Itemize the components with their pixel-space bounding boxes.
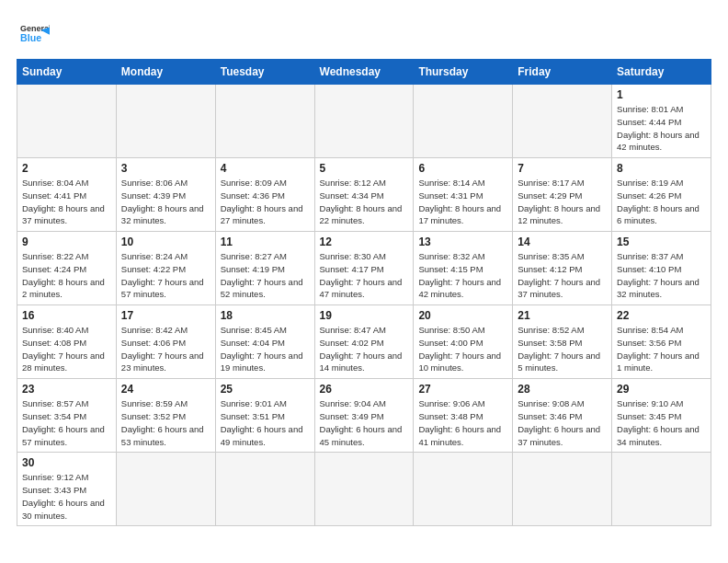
day-number: 17: [121, 309, 210, 322]
calendar-day-cell: 21Sunrise: 8:52 AM Sunset: 3:58 PM Dayli…: [513, 305, 612, 379]
calendar-day-cell: 25Sunrise: 9:01 AM Sunset: 3:51 PM Dayli…: [215, 379, 314, 453]
calendar-day-cell: 1Sunrise: 8:01 AM Sunset: 4:44 PM Daylig…: [612, 85, 711, 158]
day-info: Sunrise: 9:06 AM Sunset: 3:48 PM Dayligh…: [418, 397, 507, 448]
day-info: Sunrise: 8:17 AM Sunset: 4:29 PM Dayligh…: [518, 177, 607, 227]
calendar-day-cell: 5Sunrise: 8:12 AM Sunset: 4:34 PM Daylig…: [314, 158, 414, 232]
calendar-day-cell: [513, 85, 612, 158]
day-info: Sunrise: 9:04 AM Sunset: 3:49 PM Dayligh…: [320, 397, 409, 448]
weekday-header-thursday: Thursday: [414, 60, 513, 85]
day-number: 11: [221, 236, 310, 248]
weekday-header-wednesday: Wednesday: [314, 60, 414, 85]
calendar-week-row: 16Sunrise: 8:40 AM Sunset: 4:08 PM Dayli…: [17, 305, 711, 379]
calendar-day-cell: 7Sunrise: 8:17 AM Sunset: 4:29 PM Daylig…: [513, 158, 612, 232]
day-number: 20: [418, 309, 507, 322]
day-info: Sunrise: 8:22 AM Sunset: 4:24 PM Dayligh…: [22, 250, 111, 301]
day-number: 26: [320, 383, 409, 396]
day-info: Sunrise: 8:06 AM Sunset: 4:39 PM Dayligh…: [121, 177, 210, 227]
day-number: 28: [518, 383, 607, 396]
day-info: Sunrise: 8:14 AM Sunset: 4:31 PM Dayligh…: [418, 177, 507, 227]
day-number: 1: [617, 88, 706, 101]
calendar-day-cell: 19Sunrise: 8:47 AM Sunset: 4:02 PM Dayli…: [314, 305, 414, 379]
day-number: 24: [121, 383, 210, 396]
logo-icon: General Blue: [17, 17, 50, 50]
day-info: Sunrise: 8:04 AM Sunset: 4:41 PM Dayligh…: [22, 177, 111, 227]
calendar-week-row: 2Sunrise: 8:04 AM Sunset: 4:41 PM Daylig…: [17, 158, 711, 232]
day-number: 8: [617, 162, 706, 175]
weekday-header-monday: Monday: [116, 60, 215, 85]
day-info: Sunrise: 8:50 AM Sunset: 4:00 PM Dayligh…: [418, 324, 507, 374]
calendar-day-cell: 20Sunrise: 8:50 AM Sunset: 4:00 PM Dayli…: [414, 305, 513, 379]
calendar-day-cell: [314, 453, 414, 526]
calendar-day-cell: 27Sunrise: 9:06 AM Sunset: 3:48 PM Dayli…: [414, 379, 513, 453]
day-number: 15: [617, 236, 706, 248]
weekday-header-sunday: Sunday: [17, 60, 117, 85]
day-number: 4: [221, 162, 310, 175]
day-info: Sunrise: 9:12 AM Sunset: 3:43 PM Dayligh…: [22, 471, 111, 522]
day-info: Sunrise: 8:52 AM Sunset: 3:58 PM Dayligh…: [518, 324, 607, 374]
calendar-day-cell: [414, 453, 513, 526]
calendar-day-cell: 8Sunrise: 8:19 AM Sunset: 4:26 PM Daylig…: [612, 158, 711, 232]
day-number: 21: [518, 309, 607, 322]
calendar-day-cell: 10Sunrise: 8:24 AM Sunset: 4:22 PM Dayli…: [116, 232, 215, 305]
calendar-week-row: 1Sunrise: 8:01 AM Sunset: 4:44 PM Daylig…: [17, 85, 711, 158]
day-info: Sunrise: 9:01 AM Sunset: 3:51 PM Dayligh…: [221, 397, 310, 448]
day-number: 19: [320, 309, 409, 322]
calendar-day-cell: 17Sunrise: 8:42 AM Sunset: 4:06 PM Dayli…: [116, 305, 215, 379]
day-number: 9: [22, 236, 111, 248]
calendar-day-cell: 2Sunrise: 8:04 AM Sunset: 4:41 PM Daylig…: [17, 158, 117, 232]
day-number: 25: [221, 383, 310, 396]
day-number: 3: [121, 162, 210, 175]
calendar-day-cell: [215, 453, 314, 526]
calendar-day-cell: 9Sunrise: 8:22 AM Sunset: 4:24 PM Daylig…: [17, 232, 117, 305]
day-info: Sunrise: 8:54 AM Sunset: 3:56 PM Dayligh…: [617, 324, 706, 374]
day-number: 5: [320, 162, 409, 175]
day-info: Sunrise: 8:24 AM Sunset: 4:22 PM Dayligh…: [121, 250, 210, 301]
calendar-day-cell: 22Sunrise: 8:54 AM Sunset: 3:56 PM Dayli…: [612, 305, 711, 379]
weekday-header-friday: Friday: [513, 60, 612, 85]
day-number: 7: [518, 162, 607, 175]
day-info: Sunrise: 8:37 AM Sunset: 4:10 PM Dayligh…: [617, 250, 706, 301]
calendar-day-cell: 28Sunrise: 9:08 AM Sunset: 3:46 PM Dayli…: [513, 379, 612, 453]
day-info: Sunrise: 8:40 AM Sunset: 4:08 PM Dayligh…: [22, 324, 111, 374]
day-number: 23: [22, 383, 111, 396]
calendar-day-cell: 15Sunrise: 8:37 AM Sunset: 4:10 PM Dayli…: [612, 232, 711, 305]
day-number: 30: [22, 456, 111, 469]
calendar-day-cell: [17, 85, 117, 158]
calendar-day-cell: 29Sunrise: 9:10 AM Sunset: 3:45 PM Dayli…: [612, 379, 711, 453]
calendar-day-cell: 12Sunrise: 8:30 AM Sunset: 4:17 PM Dayli…: [314, 232, 414, 305]
day-info: Sunrise: 8:12 AM Sunset: 4:34 PM Dayligh…: [320, 177, 409, 227]
day-number: 29: [617, 383, 706, 396]
calendar-day-cell: 13Sunrise: 8:32 AM Sunset: 4:15 PM Dayli…: [414, 232, 513, 305]
calendar-table: SundayMondayTuesdayWednesdayThursdayFrid…: [17, 59, 711, 526]
day-info: Sunrise: 8:19 AM Sunset: 4:26 PM Dayligh…: [617, 177, 706, 227]
calendar-day-cell: 16Sunrise: 8:40 AM Sunset: 4:08 PM Dayli…: [17, 305, 117, 379]
calendar-day-cell: 6Sunrise: 8:14 AM Sunset: 4:31 PM Daylig…: [414, 158, 513, 232]
day-info: Sunrise: 9:10 AM Sunset: 3:45 PM Dayligh…: [617, 397, 706, 448]
calendar-day-cell: 3Sunrise: 8:06 AM Sunset: 4:39 PM Daylig…: [116, 158, 215, 232]
day-number: 14: [518, 236, 607, 248]
calendar-day-cell: [116, 85, 215, 158]
day-number: 6: [418, 162, 507, 175]
day-number: 27: [418, 383, 507, 396]
calendar-day-cell: [513, 453, 612, 526]
weekday-header-tuesday: Tuesday: [215, 60, 314, 85]
day-number: 2: [22, 162, 111, 175]
day-info: Sunrise: 8:35 AM Sunset: 4:12 PM Dayligh…: [518, 250, 607, 301]
day-info: Sunrise: 9:08 AM Sunset: 3:46 PM Dayligh…: [518, 397, 607, 448]
calendar-week-row: 9Sunrise: 8:22 AM Sunset: 4:24 PM Daylig…: [17, 232, 711, 305]
day-number: 16: [22, 309, 111, 322]
day-number: 13: [418, 236, 507, 248]
calendar-day-cell: 18Sunrise: 8:45 AM Sunset: 4:04 PM Dayli…: [215, 305, 314, 379]
calendar-day-cell: [314, 85, 414, 158]
calendar-day-cell: 4Sunrise: 8:09 AM Sunset: 4:36 PM Daylig…: [215, 158, 314, 232]
weekday-header-saturday: Saturday: [612, 60, 711, 85]
svg-text:Blue: Blue: [20, 32, 41, 43]
day-info: Sunrise: 8:27 AM Sunset: 4:19 PM Dayligh…: [221, 250, 310, 301]
calendar-day-cell: 30Sunrise: 9:12 AM Sunset: 3:43 PM Dayli…: [17, 453, 117, 526]
logo: General Blue: [17, 17, 55, 50]
day-info: Sunrise: 8:47 AM Sunset: 4:02 PM Dayligh…: [320, 324, 409, 374]
day-info: Sunrise: 8:01 AM Sunset: 4:44 PM Dayligh…: [617, 103, 706, 154]
day-number: 18: [221, 309, 310, 322]
calendar-day-cell: 24Sunrise: 8:59 AM Sunset: 3:52 PM Dayli…: [116, 379, 215, 453]
day-info: Sunrise: 8:57 AM Sunset: 3:54 PM Dayligh…: [22, 397, 111, 448]
